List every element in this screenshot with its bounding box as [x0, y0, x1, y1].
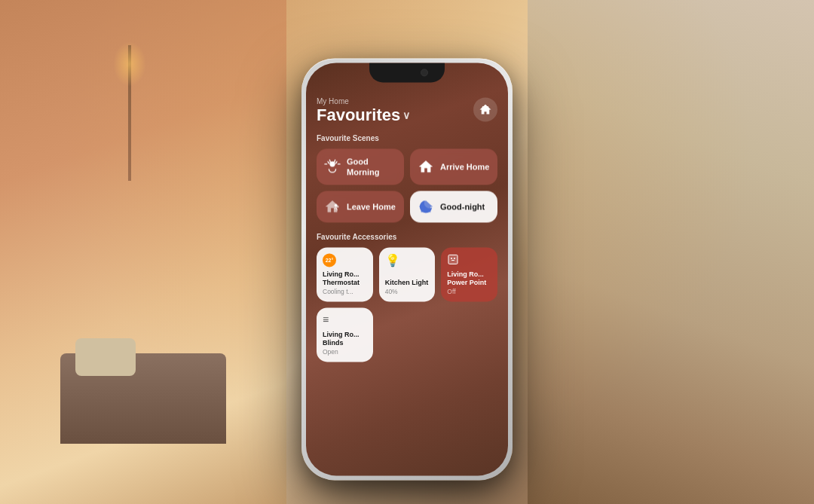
svg-point-6 [451, 258, 452, 259]
header-title-group: My Home Favourites ∨ [317, 97, 410, 125]
accessory-thermostat[interactable]: 22° Living Ro...Thermostat Cooling t... [317, 247, 373, 301]
blinds-name: Living Ro...Blinds [323, 331, 367, 348]
leave-home-label: Leave Home [347, 201, 396, 212]
scene-goodnight[interactable]: Good-night [410, 191, 497, 222]
scene-good-morning[interactable]: Good Morning [317, 148, 404, 185]
camera-dot [421, 69, 428, 76]
power-point-status: Off [447, 288, 491, 295]
power-icon [447, 253, 491, 268]
accessories-section-label: Favourite Accessories [317, 233, 497, 241]
screen-content: My Home Favourites ∨ [306, 63, 508, 475]
scenes-grid: Good Morning Arrive Home [317, 148, 497, 223]
svg-point-7 [454, 258, 455, 259]
goodnight-label: Good-night [440, 201, 485, 212]
app-header: My Home Favourites ∨ [317, 97, 497, 125]
leave-home-icon [324, 198, 341, 215]
phone-screen: My Home Favourites ∨ [306, 63, 508, 475]
my-home-label: My Home [317, 97, 410, 105]
blinds-icon: ≡ [323, 313, 367, 325]
svg-rect-8 [451, 260, 454, 261]
room-lamp [128, 45, 131, 181]
favourites-title[interactable]: Favourites ∨ [317, 105, 410, 125]
kitchen-light-name: Kitchen Light [385, 279, 430, 289]
good-morning-label: Good Morning [347, 156, 396, 178]
chevron-down-icon[interactable]: ∨ [402, 109, 410, 121]
power-point-name: Living Ro...Power Point [447, 270, 491, 288]
scene-arrive-home[interactable]: Arrive Home [410, 148, 497, 185]
thermostat-status: Cooling t... [323, 288, 367, 295]
home-icon-button[interactable] [473, 97, 497, 121]
svg-rect-5 [448, 255, 457, 264]
home-icon [479, 102, 492, 116]
phone-notch [369, 63, 445, 82]
kitchen-light-status: 40% [385, 288, 430, 295]
arrive-home-icon [418, 158, 434, 175]
svg-point-4 [335, 204, 338, 207]
accessories-grid-row1: 22° Living Ro...Thermostat Cooling t... … [317, 247, 497, 301]
temp-badge: 22° [323, 253, 336, 267]
scene-leave-home[interactable]: Leave Home [317, 191, 404, 222]
good-morning-icon [324, 158, 341, 175]
accessory-power-point[interactable]: Living Ro...Power Point Off [441, 247, 497, 301]
accessory-blinds[interactable]: ≡ Living Ro...Blinds Open [317, 307, 373, 362]
svg-point-1 [485, 104, 487, 106]
phone-device: My Home Favourites ∨ [301, 58, 513, 480]
arrive-home-label: Arrive Home [440, 161, 489, 172]
accessories-grid-row2: ≡ Living Ro...Blinds Open [317, 307, 497, 362]
blinds-status: Open [323, 348, 367, 356]
thermostat-name: Living Ro...Thermostat [323, 270, 367, 288]
favourites-label: Favourites [317, 105, 400, 125]
accessory-kitchen-light[interactable]: 💡 Kitchen Light 40% [379, 247, 436, 301]
phone-frame: My Home Favourites ∨ [301, 58, 513, 480]
light-bulb-icon: 💡 [385, 253, 430, 267]
room-pillow [75, 338, 136, 376]
scenes-section-label: Favourite Scenes [317, 134, 497, 142]
goodnight-icon [418, 198, 434, 215]
